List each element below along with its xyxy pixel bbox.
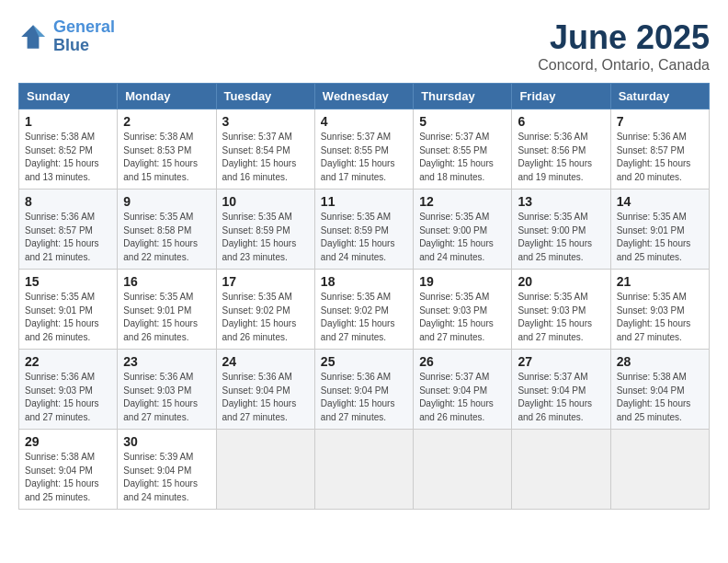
- logo-icon: [18, 22, 48, 52]
- day-number: 6: [518, 114, 604, 129]
- day-number: 16: [123, 274, 210, 289]
- header-cell-thursday: Thursday: [414, 84, 512, 109]
- logo: General Blue: [18, 18, 115, 55]
- calendar-cell: 19Sunrise: 5:35 AMSunset: 9:03 PMDayligh…: [414, 270, 512, 350]
- day-info: Sunrise: 5:35 AMSunset: 8:59 PMDaylight:…: [222, 211, 309, 264]
- day-info: Sunrise: 5:38 AMSunset: 9:04 PMDaylight:…: [25, 451, 111, 504]
- day-info: Sunrise: 5:36 AMSunset: 9:03 PMDaylight:…: [123, 371, 210, 424]
- title-section: June 2025 Concord, Ontario, Canada: [538, 18, 710, 74]
- calendar-cell: 30Sunrise: 5:39 AMSunset: 9:04 PMDayligh…: [118, 430, 216, 510]
- calendar-cell: 14Sunrise: 5:35 AMSunset: 9:01 PMDayligh…: [610, 190, 709, 270]
- calendar-cell: [414, 430, 512, 510]
- day-number: 27: [518, 354, 604, 369]
- day-number: 13: [518, 194, 604, 209]
- calendar-cell: 21Sunrise: 5:35 AMSunset: 9:03 PMDayligh…: [610, 270, 709, 350]
- day-info: Sunrise: 5:36 AMSunset: 9:04 PMDaylight:…: [222, 371, 309, 424]
- day-number: 2: [123, 114, 210, 129]
- calendar-cell: 18Sunrise: 5:35 AMSunset: 9:02 PMDayligh…: [314, 270, 413, 350]
- day-number: 4: [321, 114, 407, 129]
- day-info: Sunrise: 5:37 AMSunset: 8:55 PMDaylight:…: [419, 131, 506, 184]
- calendar-cell: 2Sunrise: 5:38 AMSunset: 8:53 PMDaylight…: [118, 109, 216, 190]
- header-cell-monday: Monday: [118, 84, 216, 109]
- day-info: Sunrise: 5:37 AMSunset: 8:55 PMDaylight:…: [321, 131, 407, 184]
- day-info: Sunrise: 5:35 AMSunset: 9:03 PMDaylight:…: [518, 291, 604, 344]
- day-number: 1: [25, 114, 111, 129]
- day-info: Sunrise: 5:35 AMSunset: 9:00 PMDaylight:…: [518, 211, 604, 264]
- calendar-row-4: 22Sunrise: 5:36 AMSunset: 9:03 PMDayligh…: [19, 350, 710, 430]
- day-number: 26: [419, 354, 506, 369]
- day-info: Sunrise: 5:35 AMSunset: 8:58 PMDaylight:…: [123, 211, 210, 264]
- calendar-cell: 7Sunrise: 5:36 AMSunset: 8:57 PMDaylight…: [610, 109, 709, 190]
- day-number: 3: [222, 114, 309, 129]
- calendar-cell: 27Sunrise: 5:37 AMSunset: 9:04 PMDayligh…: [512, 350, 610, 430]
- calendar-cell: 25Sunrise: 5:36 AMSunset: 9:04 PMDayligh…: [314, 350, 413, 430]
- calendar-cell: 28Sunrise: 5:38 AMSunset: 9:04 PMDayligh…: [610, 350, 709, 430]
- calendar-row-3: 15Sunrise: 5:35 AMSunset: 9:01 PMDayligh…: [19, 270, 710, 350]
- day-number: 19: [419, 274, 506, 289]
- header-cell-saturday: Saturday: [610, 84, 709, 109]
- calendar-row-1: 1Sunrise: 5:38 AMSunset: 8:52 PMDaylight…: [19, 109, 710, 190]
- calendar-cell: [314, 430, 413, 510]
- calendar-cell: 23Sunrise: 5:36 AMSunset: 9:03 PMDayligh…: [118, 350, 216, 430]
- calendar-cell: 20Sunrise: 5:35 AMSunset: 9:03 PMDayligh…: [512, 270, 610, 350]
- day-number: 9: [123, 194, 210, 209]
- day-info: Sunrise: 5:35 AMSunset: 9:01 PMDaylight:…: [123, 291, 210, 344]
- calendar-cell: 5Sunrise: 5:37 AMSunset: 8:55 PMDaylight…: [414, 109, 512, 190]
- header-row: SundayMondayTuesdayWednesdayThursdayFrid…: [19, 84, 710, 109]
- day-number: 12: [419, 194, 506, 209]
- day-info: Sunrise: 5:36 AMSunset: 8:56 PMDaylight:…: [518, 131, 604, 184]
- calendar-cell: 1Sunrise: 5:38 AMSunset: 8:52 PMDaylight…: [19, 109, 118, 190]
- header-cell-friday: Friday: [512, 84, 610, 109]
- day-info: Sunrise: 5:35 AMSunset: 9:01 PMDaylight:…: [617, 211, 703, 264]
- calendar-table: SundayMondayTuesdayWednesdayThursdayFrid…: [18, 83, 710, 510]
- day-number: 5: [419, 114, 506, 129]
- day-info: Sunrise: 5:36 AMSunset: 8:57 PMDaylight:…: [25, 211, 111, 264]
- calendar-cell: 8Sunrise: 5:36 AMSunset: 8:57 PMDaylight…: [19, 190, 118, 270]
- day-info: Sunrise: 5:36 AMSunset: 9:03 PMDaylight:…: [25, 371, 111, 424]
- day-info: Sunrise: 5:35 AMSunset: 9:02 PMDaylight:…: [321, 291, 407, 344]
- day-number: 10: [222, 194, 309, 209]
- day-number: 24: [222, 354, 309, 369]
- day-info: Sunrise: 5:35 AMSunset: 9:02 PMDaylight:…: [222, 291, 309, 344]
- day-info: Sunrise: 5:37 AMSunset: 9:04 PMDaylight:…: [518, 371, 604, 424]
- day-number: 22: [25, 354, 111, 369]
- header-cell-wednesday: Wednesday: [314, 84, 413, 109]
- day-number: 28: [617, 354, 703, 369]
- calendar-cell: 29Sunrise: 5:38 AMSunset: 9:04 PMDayligh…: [19, 430, 118, 510]
- day-info: Sunrise: 5:38 AMSunset: 8:52 PMDaylight:…: [25, 131, 111, 184]
- day-info: Sunrise: 5:35 AMSunset: 9:03 PMDaylight:…: [419, 291, 506, 344]
- header: General Blue June 2025 Concord, Ontario,…: [18, 18, 710, 74]
- day-number: 17: [222, 274, 309, 289]
- day-info: Sunrise: 5:35 AMSunset: 9:00 PMDaylight:…: [419, 211, 506, 264]
- day-number: 30: [123, 434, 210, 449]
- day-number: 20: [518, 274, 604, 289]
- page-container: General Blue June 2025 Concord, Ontario,…: [18, 18, 710, 510]
- calendar-cell: 17Sunrise: 5:35 AMSunset: 9:02 PMDayligh…: [216, 270, 314, 350]
- day-info: Sunrise: 5:35 AMSunset: 9:01 PMDaylight:…: [25, 291, 111, 344]
- day-number: 29: [25, 434, 111, 449]
- logo-text: General Blue: [53, 18, 115, 55]
- day-info: Sunrise: 5:38 AMSunset: 8:53 PMDaylight:…: [123, 131, 210, 184]
- day-number: 8: [25, 194, 111, 209]
- calendar-cell: 3Sunrise: 5:37 AMSunset: 8:54 PMDaylight…: [216, 109, 314, 190]
- calendar-title: June 2025: [538, 18, 710, 57]
- day-info: Sunrise: 5:36 AMSunset: 9:04 PMDaylight:…: [321, 371, 407, 424]
- calendar-cell: 12Sunrise: 5:35 AMSunset: 9:00 PMDayligh…: [414, 190, 512, 270]
- day-number: 25: [321, 354, 407, 369]
- day-number: 18: [321, 274, 407, 289]
- header-cell-tuesday: Tuesday: [216, 84, 314, 109]
- day-number: 23: [123, 354, 210, 369]
- day-info: Sunrise: 5:37 AMSunset: 8:54 PMDaylight:…: [222, 131, 309, 184]
- calendar-cell: 6Sunrise: 5:36 AMSunset: 8:56 PMDaylight…: [512, 109, 610, 190]
- calendar-cell: 13Sunrise: 5:35 AMSunset: 9:00 PMDayligh…: [512, 190, 610, 270]
- day-info: Sunrise: 5:37 AMSunset: 9:04 PMDaylight:…: [419, 371, 506, 424]
- calendar-cell: 4Sunrise: 5:37 AMSunset: 8:55 PMDaylight…: [314, 109, 413, 190]
- calendar-cell: 10Sunrise: 5:35 AMSunset: 8:59 PMDayligh…: [216, 190, 314, 270]
- day-info: Sunrise: 5:35 AMSunset: 9:03 PMDaylight:…: [617, 291, 703, 344]
- day-number: 14: [617, 194, 703, 209]
- calendar-cell: 9Sunrise: 5:35 AMSunset: 8:58 PMDaylight…: [118, 190, 216, 270]
- calendar-cell: 24Sunrise: 5:36 AMSunset: 9:04 PMDayligh…: [216, 350, 314, 430]
- calendar-cell: 16Sunrise: 5:35 AMSunset: 9:01 PMDayligh…: [118, 270, 216, 350]
- header-cell-sunday: Sunday: [19, 84, 118, 109]
- day-number: 11: [321, 194, 407, 209]
